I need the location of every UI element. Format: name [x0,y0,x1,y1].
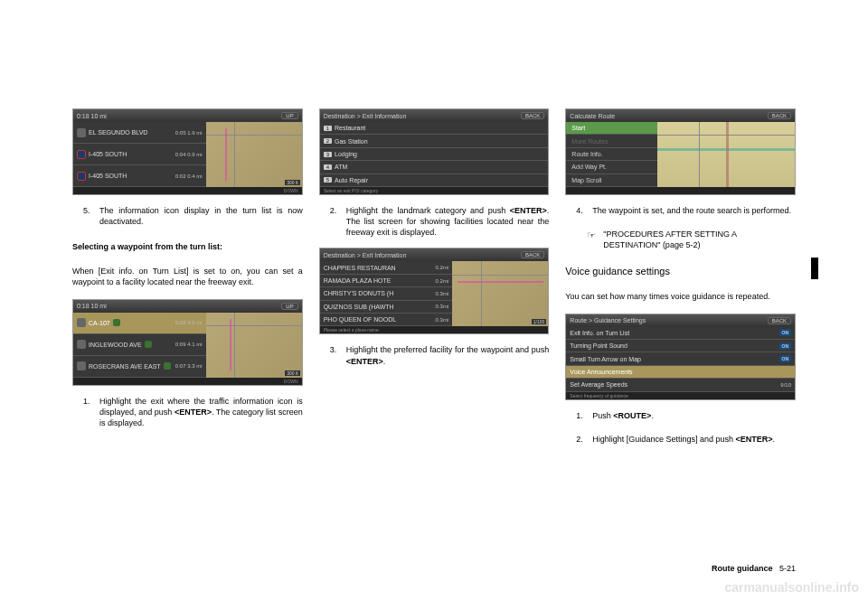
turn-list-row: EL SEGUNDO BLVD 0:05 1.9 mi [73,122,206,144]
page-footer: Route guidance 5-21 [712,564,796,573]
category-row: 1Restaurant [320,122,549,135]
watermark: carmanualsonline.info [724,580,859,595]
breadcrumb: Route > Guidance Settings [570,317,646,323]
back-button: BACK [768,317,791,324]
step-text: The information icon display in the turn… [99,205,303,227]
back-button: BACK [768,112,791,119]
map-scale: 300 ft [285,180,300,185]
category-row: 3Lodging [320,148,549,161]
paragraph: When [Exit info. on Turn List] is set to… [72,266,303,287]
route-map [657,122,795,187]
turn-list-row: I-405 SOUTH 0:04 0.9 mi [73,144,206,165]
step-text: The waypoint is set, and the route searc… [592,205,796,216]
step-number: 5. [83,205,92,227]
counter: 9/10 [780,382,791,388]
breadcrumb: Calculate Route [570,113,615,119]
page-content: 0:18 10 mi UP EL SEGUNDO BLVD 0:05 1.9 m… [0,0,868,474]
start-button: Start [566,122,657,135]
step-4: 4. The waypoint is set, and the route se… [576,205,796,216]
screen-topbar: Calculate Route BACK [566,109,795,122]
setting-row: Small Turn Arrow on MapON [566,352,795,365]
step-text: Highlight the preferred facility for the… [346,344,550,366]
column-3: Calculate Route BACK Start More Routes R… [565,108,796,447]
road-name: I-405 SOUTH [89,173,127,179]
step-1-push-route: 1. Push <ROUTE>. [576,410,796,421]
screen-bottombar: DOWN [73,378,302,385]
screen-bottombar [566,187,795,194]
highway-shield-icon [77,172,86,181]
screen-hint: Select frequency of guidance [566,392,795,399]
mini-map: 300 ft [206,313,302,378]
column-2: Destination > Exit Information BACK 1Res… [319,108,550,447]
screen-hint: Select an exit POI category [320,187,549,194]
screen-topbar: 0:18 10 mi UP [73,109,302,122]
info-icon [113,319,120,326]
step-text: Highlight the landmark category and push… [346,205,550,238]
page-edge-tab [811,258,818,279]
step-number: 4. [576,205,585,216]
facility-row: CHRISTY'S DONUTS (H0.3mi [320,287,453,300]
screen-hint: Please select a place name [320,326,549,333]
enter-key: <ENTER> [175,408,212,417]
facility-row: CHAPPIES RESTAURAN0.2mi [320,261,453,274]
down-label: DOWN [284,188,298,193]
category-row: 5Auto Repair [320,174,549,187]
distance: 0:09 4.1 mi [175,342,203,347]
counter: 1/100 [532,319,547,324]
exit-info-category-screenshot: Destination > Exit Information BACK 1Res… [319,108,550,195]
breadcrumb: Destination > Exit Information [324,252,407,258]
setting-row: Turning Point SoundON [566,340,795,352]
setting-row: Exit Info. on Turn ListON [566,327,795,340]
enter-key: <ENTER> [735,435,772,444]
info-icon [145,341,152,348]
step-number: 1. [83,396,92,428]
back-button: BACK [521,251,544,258]
map-scale: 300 ft [285,370,300,376]
up-button: UP [281,303,297,310]
turn-list-screenshot-deactivated: 0:18 10 mi UP EL SEGUNDO BLVD 0:05 1.9 m… [72,108,303,195]
step-text: Push <ROUTE>. [592,410,796,421]
turn-list-row: INGLEWOOD AVE 0:09 4.1 mi [73,334,206,356]
facility-row: QUIZNOS SUB (HAWTH0.3mi [320,301,453,314]
turn-list-row: ROSECRANS AVE EAST 0:07 3.3 mi [73,356,206,378]
on-toggle: ON [779,342,792,350]
reference-text: "PROCEDURES AFTER SETTING A DESTINATION"… [603,229,796,250]
paragraph: You can set how many times voice guidanc… [565,291,796,302]
distance: 0:07 3.3 mi [175,363,203,369]
setting-row: Set Average Speeds9/10 [566,379,795,391]
on-toggle: ON [779,355,792,362]
back-button: BACK [521,112,544,119]
step-text: Highlight [Guidance Settings] and push <… [592,434,796,445]
step-text: Highlight the exit where the traffic inf… [99,396,303,428]
setting-row-highlighted: Voice Announcements [566,366,795,379]
step-number: 2. [330,205,339,238]
topbar-info: 0:18 10 mi [77,303,107,309]
exit-info-facility-screenshot: Destination > Exit Information BACK CHAP… [319,248,550,334]
turn-arrow-icon [77,128,86,137]
more-routes-row: More Routes [566,135,657,147]
cross-reference: ☞ "PROCEDURES AFTER SETTING A DESTINATIO… [587,229,796,250]
column-1: 0:18 10 mi UP EL SEGUNDO BLVD 0:05 1.9 m… [72,108,303,447]
topbar-info: 0:18 10 mi [77,113,107,119]
route-info-row: Route Info. [566,148,657,161]
step-2: 2. Highlight the landmark category and p… [330,205,550,238]
step-2-guidance-settings: 2. Highlight [Guidance Settings] and pus… [576,434,796,445]
screen-bottombar: DOWN [73,187,302,194]
on-toggle: ON [779,329,792,336]
route-key: <ROUTE> [613,411,651,420]
step-5: 5. The information icon display in the t… [83,205,303,227]
distance: 0:04 0.9 mi [175,152,203,157]
turn-list-row-highlighted: CA-107 0:09 4.0 mi [73,313,206,334]
facility-row: PHO QUEEN OF NOODL0.3mi [320,314,453,326]
road-name: CA-107 [89,320,110,326]
enter-key: <ENTER> [510,206,547,215]
reference-icon: ☞ [587,229,598,250]
up-button: UP [281,112,297,119]
turn-arrow-icon [77,361,86,370]
screen-topbar: Destination > Exit Information BACK [320,109,549,122]
turn-list-screenshot-highlighted: 0:18 10 mi UP CA-107 0:09 4.0 mi INGLEWO… [72,299,303,386]
mini-map: 1/100 [452,261,548,326]
distance: 0:09 4.0 mi [175,320,203,325]
category-row: 2Gas Station [320,135,549,147]
enter-key: <ENTER> [346,357,383,366]
